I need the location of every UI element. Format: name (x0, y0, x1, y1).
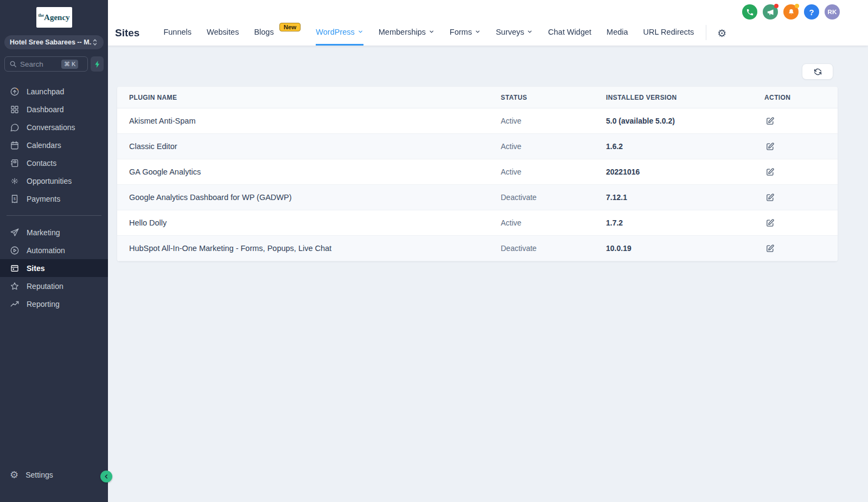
contacts-book-icon (10, 158, 20, 168)
edit-plugin-button[interactable] (764, 141, 776, 152)
sidebar-item-label: Opportunities (27, 177, 72, 185)
table-row: Akismet Anti-Spam Active 5.0 (available … (117, 108, 838, 134)
avatar-initials: RK (827, 9, 837, 15)
edit-plugin-button[interactable] (764, 192, 776, 203)
megaphone-icon (767, 8, 775, 16)
announcements-button[interactable] (763, 4, 778, 20)
sidebar-item-label: Contacts (27, 159, 56, 168)
sidebar-item-marketing[interactable]: Marketing (0, 223, 108, 241)
wordpress-settings-gear-icon[interactable]: ⚙︎ (717, 28, 726, 38)
sidebar-item-reputation[interactable]: Reputation (0, 277, 108, 295)
sidebar-item-automation[interactable]: Automation (0, 241, 108, 259)
plugin-name: Classic Editor (117, 142, 501, 151)
edit-plugin-button[interactable] (764, 217, 776, 229)
topbar-icons: ? RK (742, 4, 840, 20)
phone-button[interactable] (742, 4, 757, 20)
column-header-plugin-name: PLUGIN NAME (117, 94, 501, 101)
sidebar: theAgency Hotel Sree Sabarees -- M... ⌘ … (0, 0, 108, 502)
plugin-status: Active (501, 168, 606, 176)
edit-plugin-button[interactable] (764, 166, 776, 178)
location-switcher[interactable]: Hotel Sree Sabarees -- M... (4, 35, 104, 49)
sidebar-divider (7, 215, 101, 216)
search-icon (9, 60, 17, 68)
agency-logo: theAgency (36, 7, 72, 28)
edit-plugin-button[interactable] (764, 243, 776, 254)
sidebar-item-label: Conversations (27, 123, 75, 132)
plugin-version: 1.6.2 (606, 142, 763, 151)
automation-play-icon (10, 246, 20, 255)
plugin-version: 1.7.2 (606, 218, 763, 227)
phone-icon (746, 8, 754, 16)
tab-url-redirects[interactable]: URL Redirects (643, 21, 694, 46)
edit-plugin-button[interactable] (764, 115, 776, 127)
payments-receipt-icon: $ (10, 194, 20, 204)
sidebar-item-label: Payments (27, 195, 60, 203)
tab-chat-widget[interactable]: Chat Widget (548, 21, 591, 46)
plugin-status: Active (501, 142, 606, 151)
help-button[interactable]: ? (804, 4, 819, 20)
tab-blogs[interactable]: Blogs New (254, 21, 301, 46)
bell-icon (787, 8, 795, 16)
red-dot-badge (774, 4, 778, 8)
opportunities-icon (10, 176, 20, 186)
sidebar-item-reporting[interactable]: Reporting (0, 295, 108, 313)
tab-media[interactable]: Media (607, 21, 628, 46)
quick-actions-button[interactable] (91, 56, 104, 72)
edit-icon (765, 218, 775, 228)
sidebar-item-label: Marketing (27, 228, 60, 237)
tab-wordpress[interactable]: WordPress (316, 21, 363, 46)
table-header-row: PLUGIN NAME STATUS INSTALLED VERSION ACT… (117, 87, 838, 108)
new-badge: New (279, 23, 301, 31)
updown-chevron-icon (92, 38, 98, 46)
sidebar-menu: Launchpad Dashboard Conversations Calend… (0, 82, 108, 313)
refresh-icon (814, 68, 822, 76)
sidebar-item-contacts[interactable]: Contacts (0, 154, 108, 172)
table-row: Google Analytics Dashboard for WP (GADWP… (117, 185, 838, 210)
table-row: GA Google Analytics Active 20221016 (117, 159, 838, 185)
sidebar-item-label: Calendars (27, 141, 61, 150)
sites-window-icon (10, 263, 20, 273)
tab-surveys[interactable]: Surveys (496, 21, 533, 46)
tab-funnels[interactable]: Funnels (163, 21, 192, 46)
sidebar-item-label: Settings (25, 471, 53, 479)
plugin-status: Active (501, 218, 606, 227)
refresh-button[interactable] (802, 63, 833, 80)
tab-forms[interactable]: Forms (450, 21, 481, 46)
sidebar-item-payments[interactable]: $ Payments (0, 190, 108, 208)
plugin-status: Deactivate (501, 244, 606, 253)
sidebar-item-calendars[interactable]: Calendars (0, 136, 108, 154)
chevron-down-icon (475, 29, 481, 35)
column-header-status: STATUS (501, 94, 606, 101)
plugin-version: 5.0 (available 5.0.2) (606, 117, 763, 125)
column-header-installed-version: INSTALLED VERSION (606, 94, 763, 101)
chevron-left-icon (103, 473, 110, 480)
lightning-icon (94, 60, 101, 68)
plugin-version: 20221016 (606, 168, 763, 176)
plugin-name: Akismet Anti-Spam (117, 117, 501, 125)
page-title: Sites (115, 27, 139, 39)
table-row: Hello Dolly Active 1.7.2 (117, 210, 838, 236)
sidebar-item-launchpad[interactable]: Launchpad (0, 82, 108, 100)
sidebar-item-settings[interactable]: ⚙︎ Settings (0, 466, 108, 484)
edit-icon (765, 168, 775, 177)
sidebar-item-conversations[interactable]: Conversations (0, 118, 108, 136)
svg-text:$: $ (14, 196, 16, 200)
plugin-version: 10.0.19 (606, 244, 763, 253)
search-input[interactable] (20, 60, 58, 68)
sidebar-item-label: Launchpad (27, 87, 64, 96)
user-avatar[interactable]: RK (825, 4, 840, 20)
sidebar-item-opportunities[interactable]: Opportunities (0, 172, 108, 190)
sidebar-item-label: Sites (27, 264, 44, 273)
sidebar-item-sites[interactable]: Sites (0, 259, 108, 277)
sidebar-item-label: Dashboard (27, 105, 64, 114)
agency-logo-text: theAgency (38, 13, 69, 22)
search-box[interactable]: ⌘ K (4, 56, 88, 72)
sidebar-item-label: Reporting (27, 300, 60, 308)
notifications-button[interactable] (783, 4, 799, 20)
tab-memberships[interactable]: Memberships (379, 21, 435, 46)
sidebar-collapse-button[interactable] (100, 471, 112, 482)
tab-websites[interactable]: Websites (207, 21, 239, 46)
plugin-name: GA Google Analytics (117, 168, 501, 176)
sidebar-item-dashboard[interactable]: Dashboard (0, 100, 108, 118)
site-nav: Sites Funnels Websites Blogs New WordPre… (115, 21, 868, 46)
